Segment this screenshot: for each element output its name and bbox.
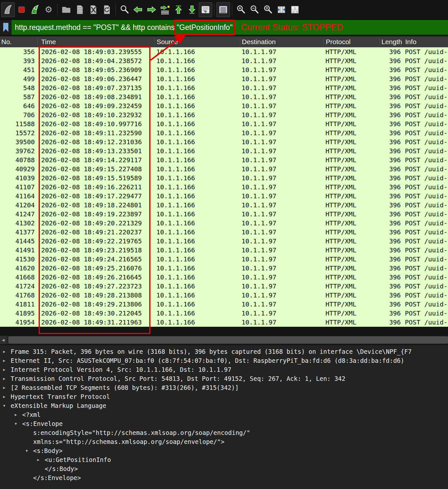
- col-header-destination[interactable]: Destination: [240, 38, 323, 46]
- table-row[interactable]: 6462026-02-08 18:49:09.23245910.1.1.166 …: [0, 101, 448, 110]
- filter-text: http.request.method == "POST" && http co…: [15, 23, 177, 32]
- table-row[interactable]: 411072026-02-08 18:49:16.22621110.1.1.16…: [0, 183, 448, 192]
- expand-arrow-icon[interactable]: ▶: [2, 395, 6, 399]
- table-row[interactable]: 413022026-02-08 18:49:20.22132910.1.1.16…: [0, 219, 448, 228]
- table-row[interactable]: 418952026-02-08 18:49:30.21204510.1.1.16…: [0, 309, 448, 318]
- expand-arrow-icon[interactable]: ▼: [2, 404, 6, 408]
- layout-123-icon[interactable]: 123: [288, 2, 302, 17]
- colorize-packets-icon[interactable]: [216, 2, 230, 17]
- col-header-length[interactable]: Length: [379, 38, 401, 46]
- table-row[interactable]: 409292026-02-08 18:49:15.22740810.1.1.16…: [0, 165, 448, 174]
- detail-text: [2 Reassembled TCP Segments (608 bytes):…: [11, 384, 239, 391]
- detail-tree-row[interactable]: s:encodingStyle="http://schemas.xmlsoap.…: [0, 428, 448, 437]
- table-row[interactable]: 5482026-02-08 18:49:07.23713510.1.1.166 …: [0, 83, 448, 92]
- go-to-bottom-icon[interactable]: [185, 2, 199, 17]
- detail-text: s:encodingStyle="http://schemas.xmlsoap.…: [33, 429, 250, 436]
- go-to-top-icon[interactable]: [172, 2, 185, 17]
- table-row[interactable]: 3932026-02-08 18:49:04.23857210.1.1.166 …: [0, 56, 448, 65]
- scroll-left-button[interactable]: ◀: [0, 336, 6, 344]
- expand-arrow-icon[interactable]: ▶: [2, 359, 6, 363]
- table-row[interactable]: 3562026-02-08 18:49:03.23955510.1.1.166 …: [0, 47, 448, 56]
- table-row[interactable]: 413772026-02-08 18:49:21.22023710.1.1.16…: [0, 228, 448, 237]
- detail-tree-row[interactable]: ▶ Transmission Control Protocol, Src Por…: [0, 374, 448, 383]
- detail-tree-row[interactable]: ▼ <s:Envelope: [0, 419, 448, 428]
- capture-options-gear-icon[interactable]: ⚙: [42, 2, 55, 17]
- go-forward-icon[interactable]: [145, 2, 158, 17]
- detail-text: Hypertext Transfer Protocol: [11, 393, 110, 400]
- packet-list: No. Time Source Destination Protocol Len…: [0, 35, 448, 327]
- detail-tree-row[interactable]: xmlns:s="http://schemas.xmlsoap.org/soap…: [0, 437, 448, 446]
- detail-tree-row[interactable]: ▶ Hypertext Transfer Protocol: [0, 392, 448, 401]
- table-row[interactable]: 115882026-02-08 18:49:10.99771610.1.1.16…: [0, 119, 448, 128]
- detail-tree-row[interactable]: ▶ Ethernet II, Src: ASUSTekCOMPU_07:ba:f…: [0, 356, 448, 365]
- zoom-reset-icon[interactable]: [261, 2, 275, 17]
- table-row[interactable]: 397622026-02-08 18:49:13.23350110.1.1.16…: [0, 146, 448, 155]
- detail-tree-row[interactable]: ▶ Frame 315: Packet, 396 bytes on wire (…: [0, 347, 448, 356]
- svg-text:0110: 0110: [78, 9, 83, 11]
- expand-arrow-icon[interactable]: ▶: [2, 368, 6, 372]
- horizontal-scrollbar[interactable]: ◀: [0, 336, 448, 344]
- toolbar-separator: [57, 4, 58, 16]
- expand-arrow-icon[interactable]: ▶: [2, 386, 6, 390]
- restart-capture-icon[interactable]: [28, 2, 42, 17]
- resize-columns-icon[interactable]: [275, 2, 288, 17]
- detail-tree-row[interactable]: ▼ eXtensible Markup Language: [0, 401, 448, 410]
- expand-arrow-icon[interactable]: ▼: [14, 422, 18, 426]
- wireshark-fin-start-icon[interactable]: [1, 2, 15, 17]
- save-file-icon[interactable]: 010101100111: [73, 2, 87, 17]
- table-row[interactable]: 411642026-02-08 18:49:17.22947710.1.1.16…: [0, 192, 448, 201]
- table-row[interactable]: 5872026-02-08 18:49:08.23489110.1.1.166 …: [0, 92, 448, 101]
- expand-arrow-icon[interactable]: ▶: [14, 413, 18, 417]
- table-row[interactable]: 418112026-02-08 18:49:29.21380610.1.1.16…: [0, 300, 448, 309]
- col-header-info[interactable]: Info: [401, 38, 448, 46]
- table-row[interactable]: 410392026-02-08 18:49:15.51958910.1.1.16…: [0, 174, 448, 183]
- table-row[interactable]: 417242026-02-08 18:49:27.22372310.1.1.16…: [0, 282, 448, 291]
- close-file-icon[interactable]: [87, 2, 100, 17]
- table-row[interactable]: 417682026-02-08 18:49:28.21380810.1.1.16…: [0, 291, 448, 300]
- zoom-out-icon[interactable]: [248, 2, 261, 17]
- table-row[interactable]: 7062026-02-08 18:49:10.23293210.1.1.166 …: [0, 110, 448, 119]
- detail-tree-row[interactable]: </s:Body>: [0, 464, 448, 473]
- expand-arrow-icon[interactable]: ▶: [2, 377, 6, 381]
- table-row[interactable]: 412472026-02-08 18:49:19.22389710.1.1.16…: [0, 210, 448, 219]
- expand-arrow-icon[interactable]: ▶: [2, 350, 6, 354]
- table-row[interactable]: 419542026-02-08 18:49:31.21196310.1.1.16…: [0, 318, 448, 327]
- open-file-folder-icon[interactable]: [59, 2, 73, 17]
- detail-tree-row[interactable]: ▶ <u:GetPositionInfo: [0, 455, 448, 464]
- table-row[interactable]: 412042026-02-08 18:49:18.22480110.1.1.16…: [0, 201, 448, 210]
- table-row[interactable]: 416202026-02-08 18:49:25.21607610.1.1.16…: [0, 264, 448, 273]
- auto-scroll-icon[interactable]: [199, 2, 212, 17]
- table-row[interactable]: 4992026-02-08 18:49:06.23644710.1.1.166 …: [0, 74, 448, 83]
- table-row[interactable]: 155722026-02-08 18:49:11.23259010.1.1.16…: [0, 128, 448, 137]
- table-row[interactable]: 4512026-02-08 18:49:05.23690910.1.1.166 …: [0, 65, 448, 74]
- col-header-no[interactable]: No.: [0, 38, 37, 46]
- detail-tree-row[interactable]: ▶ <?xml: [0, 410, 448, 419]
- detail-tree-row[interactable]: ▶ Internet Protocol Version 4, Src: 10.1…: [0, 365, 448, 374]
- table-row[interactable]: 414912026-02-08 18:49:23.21951810.1.1.16…: [0, 246, 448, 255]
- table-row[interactable]: 416682026-02-08 18:49:26.21664510.1.1.16…: [0, 273, 448, 282]
- filter-bookmark-button[interactable]: [0, 20, 12, 35]
- toolbar-separator: [115, 4, 116, 16]
- stop-capture-icon[interactable]: [15, 2, 28, 17]
- go-to-packet-icon[interactable]: [158, 2, 172, 17]
- go-back-icon[interactable]: [131, 2, 145, 17]
- table-row[interactable]: 415302026-02-08 18:49:24.21656510.1.1.16…: [0, 255, 448, 264]
- find-packet-icon[interactable]: [118, 2, 131, 17]
- table-row[interactable]: 395002026-02-08 18:49:12.23103610.1.1.16…: [0, 137, 448, 146]
- col-header-source[interactable]: Source: [155, 38, 240, 46]
- detail-tree-row[interactable]: ▶ [2 Reassembled TCP Segments (608 bytes…: [0, 383, 448, 392]
- expand-arrow-icon[interactable]: ▼: [24, 449, 29, 453]
- detail-tree-row[interactable]: </s:Envelope>: [0, 473, 448, 482]
- table-row[interactable]: 414452026-02-08 18:49:22.21976510.1.1.16…: [0, 237, 448, 246]
- display-filter-input[interactable]: http.request.method == "POST" && http co…: [12, 20, 448, 35]
- detail-tree-row[interactable]: ▼ <s:Body>: [0, 446, 448, 455]
- col-header-time[interactable]: Time: [37, 38, 155, 46]
- expand-arrow-icon[interactable]: ▶: [36, 458, 41, 462]
- col-header-protocol[interactable]: Protocol: [323, 38, 379, 46]
- table-row[interactable]: 407882026-02-08 18:49:14.22911710.1.1.16…: [0, 155, 448, 165]
- reload-file-icon[interactable]: [100, 2, 114, 17]
- detail-text: </s:Body>: [45, 465, 78, 472]
- scrollbar-thumb[interactable]: [8, 336, 448, 343]
- zoom-in-icon[interactable]: [234, 2, 248, 17]
- svg-text:2: 2: [293, 10, 294, 13]
